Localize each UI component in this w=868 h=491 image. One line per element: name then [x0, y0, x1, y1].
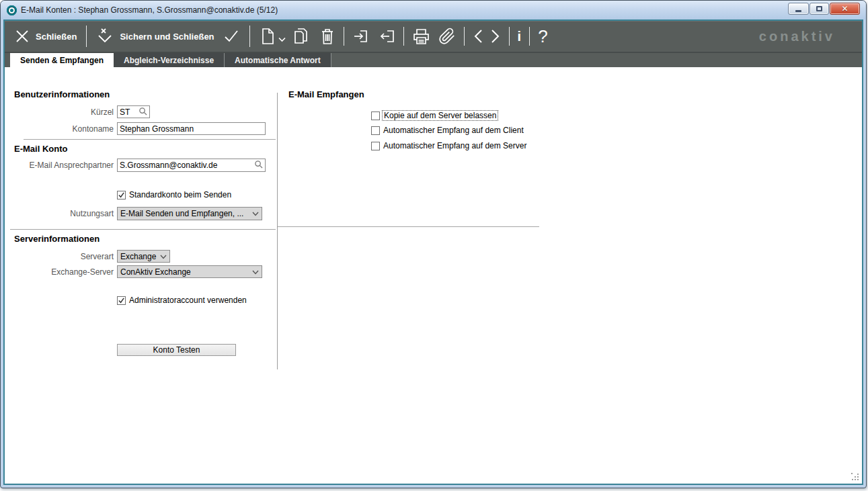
- section-heading-email-empfangen: E-Mail Empfangen: [288, 89, 364, 99]
- close-window-button[interactable]: ✕: [830, 3, 860, 15]
- toolbar-separator: [403, 27, 404, 46]
- auto-empfang-client-checkbox[interactable]: [371, 126, 380, 135]
- kontoname-label: Kontoname: [9, 124, 114, 134]
- search-icon[interactable]: [254, 160, 263, 171]
- nutzungsart-label: Nutzungsart: [9, 209, 114, 218]
- kontoname-input[interactable]: Stephan Grossmann: [117, 122, 266, 135]
- kuerzel-input[interactable]: ST: [117, 105, 150, 118]
- confirm-check-icon[interactable]: [223, 28, 240, 45]
- save-and-close-icon[interactable]: [96, 28, 114, 45]
- tab-bar: Senden & Empfangen Abgleich-Verzeichniss…: [5, 52, 862, 67]
- section-divider: [24, 139, 276, 140]
- delete-icon[interactable]: [319, 28, 336, 45]
- admin-account-checkbox[interactable]: [117, 296, 126, 305]
- close-record-icon[interactable]: [14, 28, 30, 44]
- print-icon[interactable]: [412, 28, 430, 45]
- conaktiv-logo: conaktiv: [759, 29, 835, 44]
- close-icon: ✕: [841, 5, 848, 13]
- section-heading-benutzerinformationen: Benutzerinformationen: [14, 89, 110, 99]
- chevron-down-icon: [160, 252, 167, 261]
- serverart-label: Serverart: [9, 252, 114, 261]
- tab-content: Benutzerinformationen Kürzel ST Kontonam…: [5, 67, 862, 484]
- new-record-icon[interactable]: [260, 28, 276, 45]
- help-icon[interactable]: ?: [538, 28, 547, 45]
- section-divider: [10, 229, 276, 230]
- konto-testen-button[interactable]: Konto Testen: [117, 344, 236, 356]
- chevron-down-icon: [252, 267, 259, 277]
- right-section-divider: [278, 226, 539, 227]
- toolbar-separator: [529, 27, 530, 46]
- conaktiv-app-icon: [7, 5, 17, 15]
- import-icon[interactable]: [352, 28, 370, 45]
- section-heading-email-konto: E-Mail Konto: [14, 144, 67, 154]
- kuerzel-label: Kürzel: [9, 107, 114, 117]
- serverart-select[interactable]: Exchange: [117, 250, 170, 263]
- auto-empfang-server-label[interactable]: Automatischer Empfang auf dem Server: [383, 141, 526, 150]
- window-body: Schließen Sichern und Schließen: [3, 19, 863, 485]
- new-record-dropdown-icon[interactable]: [278, 37, 286, 42]
- section-heading-serverinformationen: Serverinformationen: [14, 234, 100, 244]
- toolbar-separator: [464, 27, 465, 46]
- toolbar-separator: [86, 26, 87, 47]
- auto-empfang-server-checkbox[interactable]: [371, 142, 380, 150]
- tab-automatische-antwort[interactable]: Automatische Antwort: [225, 53, 331, 67]
- standardkonto-label[interactable]: Standardkonto beim Senden: [129, 190, 231, 199]
- toolbar: Schließen Sichern und Schließen: [5, 21, 862, 52]
- auto-empfang-server-checkbox-row: Automatischer Empfang auf dem Server: [371, 141, 526, 150]
- exchange-server-label: Exchange-Server: [9, 267, 114, 277]
- column-divider: [277, 93, 278, 369]
- resize-grip[interactable]: [851, 473, 860, 482]
- save-and-close-label[interactable]: Sichern und Schließen: [120, 32, 214, 42]
- attachment-icon[interactable]: [438, 28, 456, 45]
- admin-account-checkbox-row: Administratoraccount verwenden: [117, 296, 247, 305]
- maximize-button[interactable]: [810, 3, 829, 15]
- maximize-icon: [816, 6, 822, 11]
- window-title: E-Mail Konten : Stephan Grossmann, S.Gro…: [21, 5, 278, 15]
- email-konten-window: E-Mail Konten : Stephan Grossmann, S.Gro…: [0, 0, 867, 488]
- tab-abgleich-verzeichnisse[interactable]: Abgleich-Verzeichnisse: [114, 53, 225, 67]
- next-record-icon[interactable]: [490, 28, 501, 44]
- tab-senden-empfangen[interactable]: Senden & Empfangen: [10, 53, 114, 67]
- previous-record-icon[interactable]: [473, 28, 483, 44]
- auto-empfang-client-label[interactable]: Automatischer Empfang auf dem Client: [383, 126, 524, 135]
- info-icon[interactable]: i: [518, 30, 522, 43]
- chevron-down-icon: [252, 209, 259, 218]
- ansprechpartner-input[interactable]: S.Grossmann@conaktiv.de: [117, 159, 266, 172]
- duplicate-icon[interactable]: [292, 28, 310, 45]
- kopie-server-checkbox-row: Kopie auf dem Server belassen: [371, 110, 498, 121]
- auto-empfang-client-checkbox-row: Automatischer Empfang auf dem Client: [371, 126, 524, 135]
- export-icon[interactable]: [378, 28, 395, 45]
- window-controls: ✕: [788, 3, 860, 15]
- toolbar-separator: [249, 26, 250, 47]
- toolbar-separator: [509, 27, 510, 46]
- standardkonto-checkbox[interactable]: [117, 191, 126, 199]
- exchange-server-select[interactable]: ConAktiv Exchange: [117, 265, 262, 278]
- minimize-button[interactable]: [788, 3, 809, 15]
- titlebar[interactable]: E-Mail Konten : Stephan Grossmann, S.Gro…: [1, 1, 866, 19]
- close-record-label[interactable]: Schließen: [36, 32, 77, 42]
- nutzungsart-select[interactable]: E-Mail Senden und Empfangen, ...: [117, 207, 262, 220]
- desktop: E-Mail Konten : Stephan Grossmann, S.Gro…: [0, 0, 868, 491]
- kopie-server-checkbox[interactable]: [371, 111, 380, 120]
- kopie-server-label[interactable]: Kopie auf dem Server belassen: [382, 110, 498, 121]
- search-icon[interactable]: [139, 107, 147, 118]
- standardkonto-checkbox-row: Standardkonto beim Senden: [117, 190, 231, 199]
- admin-account-label[interactable]: Administratoraccount verwenden: [129, 296, 247, 305]
- ansprechpartner-label: E-Mail Ansprechpartner: [9, 161, 114, 170]
- toolbar-separator: [344, 27, 344, 46]
- minimize-icon: [795, 10, 801, 12]
